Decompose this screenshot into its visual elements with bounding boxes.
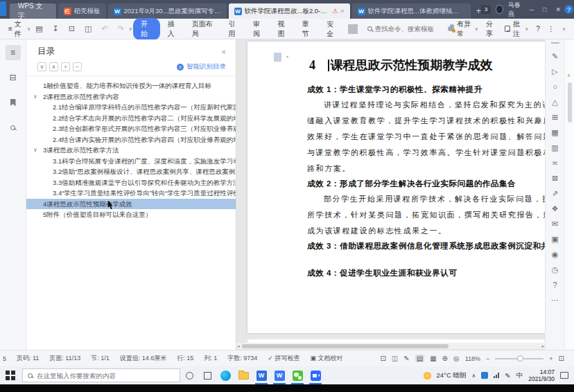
chart-icon[interactable]: ▥: [551, 144, 558, 152]
hidden-icons-chevron[interactable]: ∧: [471, 373, 476, 379]
network-icon[interactable]: [494, 373, 499, 378]
bookmark-pane-button[interactable]: [6, 95, 21, 110]
chevron-down-icon[interactable]: ∨: [33, 91, 37, 103]
taskbar-search[interactable]: [22, 368, 180, 382]
setting-value-label[interactable]: 设置值: 14.6厘米: [120, 354, 167, 363]
tab-document-1[interactable]: W 2021年9月30...思政案例撰写专题会: [108, 3, 227, 19]
avatar[interactable]: [496, 5, 503, 14]
tab-document-3[interactable]: W 软件学院课程思...体教师继续完善: [352, 3, 471, 19]
toc-item[interactable]: 2.4结合课内实验开展的示范性教学内容四（对应职业修养观的培养目标——解决...: [26, 134, 236, 145]
close-button[interactable]: ✕: [553, 6, 563, 13]
message-count-badge[interactable]: 3: [481, 6, 491, 14]
toc-item-selected[interactable]: 4课程思政示范性预期教学成效: [26, 199, 236, 210]
explorer-taskbar-button[interactable]: [234, 366, 252, 384]
history-icon[interactable]: ◷: [552, 266, 559, 274]
ribbon-tab-page-layout[interactable]: 页面布局: [186, 18, 222, 40]
ribbon-tab-section[interactable]: 章节: [297, 18, 320, 40]
zoom-slider-knob[interactable]: [517, 355, 523, 362]
outline-pane-button[interactable]: ≡: [6, 45, 21, 60]
toc-item[interactable]: 2.2结合学术志向开展的示范性教学内容二（对应科学发展观的培养目标）: [26, 113, 236, 124]
find-pane-button[interactable]: [6, 120, 21, 135]
document-page[interactable]: 4课程思政示范性预期教学成效 成效 1：学生课堂学习的积极性、探索精神提升 讲课…: [247, 42, 545, 333]
pen-tray-icon[interactable]: ✎: [505, 372, 510, 380]
collapse-all-button[interactable]: ∧: [49, 62, 58, 71]
ribbon-tab-insert[interactable]: 插入: [162, 18, 184, 40]
image-export-icon[interactable]: ⊠: [552, 175, 558, 182]
word-count-label[interactable]: 字数: 9734: [227, 354, 257, 363]
zoom-out-outline-button[interactable]: −: [73, 62, 82, 71]
scroll-right-icon[interactable]: ▸: [541, 343, 544, 349]
weather-sun-icon[interactable]: [424, 372, 431, 380]
cloud-sync-status[interactable]: 有异常 ∨: [448, 19, 478, 39]
edge-taskbar-button[interactable]: [216, 366, 234, 384]
cortana-button[interactable]: [180, 366, 198, 384]
toc-item[interactable]: 1融价值塑造、能力培养和知识传授为一体的课程育人目标: [26, 80, 236, 91]
comments-pane-button[interactable]: ⊟: [6, 70, 21, 85]
envelope-icon[interactable]: ✉: [552, 220, 558, 228]
meeting-taskbar-button[interactable]: [306, 366, 324, 384]
page-view-button[interactable]: ▤: [415, 355, 424, 362]
ribbon-tab-security[interactable]: 安全: [321, 18, 344, 40]
help-floating-button[interactable]: ?: [564, 5, 573, 14]
seal-icon[interactable]: △: [552, 98, 557, 106]
section-label[interactable]: 节: 1/1: [91, 354, 110, 363]
drag-handle-icon[interactable]: [551, 42, 559, 44]
more-options-icon[interactable]: ⋮: [548, 25, 555, 33]
print-preview-button[interactable]: ◫: [80, 24, 96, 33]
full-screen-view-button[interactable]: ⊡: [380, 355, 385, 362]
ribbon-tab-review[interactable]: 审阅: [247, 18, 270, 40]
page-number-label[interactable]: 页码: 11: [17, 354, 39, 363]
smart-toc-button[interactable]: ≡ 智能识别目录: [177, 62, 226, 71]
toc-item[interactable]: 5附件（价值塑造目标可以来自这里）: [26, 209, 236, 220]
wps-writer-taskbar-button[interactable]: W: [270, 366, 288, 384]
zoom-out-icon[interactable]: −: [486, 355, 489, 362]
plugin-icon[interactable]: ❖: [552, 205, 559, 213]
zoom-in-icon[interactable]: +: [549, 355, 553, 362]
expand-all-button[interactable]: ∨: [37, 62, 46, 71]
toc-item[interactable]: 2.1结合编译原理学科特点的示范性教学内容一（对应新时代家国观的培养目标）: [26, 102, 236, 113]
horizontal-scroll-thumb[interactable]: [242, 344, 449, 348]
pen-icon[interactable]: ✎: [552, 53, 558, 60]
quickbar-more-icon[interactable]: ∨: [129, 26, 132, 32]
weather-label[interactable]: 24°C 晴朗: [437, 371, 467, 380]
zoom-slider[interactable]: [495, 358, 543, 359]
clock[interactable]: 14:07 2021/9/30: [528, 368, 555, 382]
proofread-button[interactable]: ▣ 文档校对: [310, 354, 342, 363]
scroll-up-icon[interactable]: ∧: [567, 73, 571, 78]
more-icon[interactable]: ⋯: [551, 296, 559, 304]
save-button[interactable]: ▤: [31, 24, 47, 33]
two-page-view-button[interactable]: ◫: [392, 355, 398, 362]
ribbon-tab-view[interactable]: 视图: [272, 18, 295, 40]
horizontal-scrollbar[interactable]: ◂ ▸: [236, 343, 545, 349]
share-icon[interactable]: ⇗: [552, 190, 558, 197]
export-pdf-button[interactable]: ↧: [48, 24, 64, 33]
redo-button[interactable]: ↷: [113, 24, 129, 33]
comment-button[interactable]: 批注 ∨: [505, 19, 529, 39]
ribbon-tab-references[interactable]: 引用: [223, 18, 246, 40]
cloud-drive-tray-icon[interactable]: [481, 372, 488, 379]
close-tab-icon[interactable]: ×: [340, 8, 344, 15]
taskbar-search-input[interactable]: [37, 372, 162, 380]
command-search[interactable]: [367, 25, 448, 33]
close-toc-icon[interactable]: ×: [222, 48, 226, 56]
toc-item[interactable]: 3.4“学生学习质量结果性评价导向”转向“学生学习质量过程性评价导向”的教...: [26, 188, 236, 199]
wechat-taskbar-button[interactable]: [288, 366, 306, 384]
ime-indicator[interactable]: 中: [516, 371, 523, 380]
help-icon[interactable]: ?: [553, 281, 557, 289]
picture-icon[interactable]: ▣: [551, 235, 558, 243]
vertical-scroll-thumb[interactable]: [568, 82, 572, 123]
toc-item[interactable]: 2.3结合创新教学形式开展的示范性教学内容三（对应职业修养观的培养目标——...: [26, 123, 236, 134]
layout-grid-icon[interactable]: ▦: [551, 129, 558, 136]
undo-button[interactable]: ↶: [96, 24, 112, 33]
new-tab-button[interactable]: +: [476, 6, 482, 16]
task-view-button[interactable]: [198, 366, 216, 384]
heading-collapse-icon[interactable]: [274, 53, 281, 62]
help-button[interactable]: ?: [536, 25, 540, 33]
ribbon-tab-home[interactable]: 开始: [133, 18, 160, 40]
notification-center-icon[interactable]: [560, 372, 568, 379]
apps-icon[interactable]: ◉: [552, 251, 559, 258]
wps-app-button[interactable]: WPS 文字: [10, 3, 56, 19]
chevron-down-icon[interactable]: ∨: [33, 145, 37, 156]
start-button[interactable]: [6, 371, 15, 380]
toc-item[interactable]: 3.3借助精准微观课堂平台以引导探究和任务驱动为主的教学方法持续推进情况: [26, 177, 236, 188]
